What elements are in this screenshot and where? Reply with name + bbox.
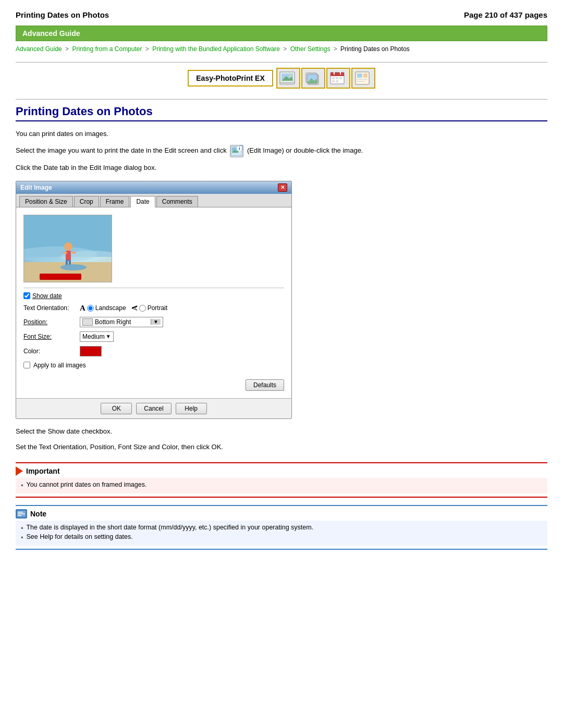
color-row: Color: (23, 346, 284, 356)
note-text-2: See Help for details on setting dates. (26, 533, 132, 541)
svg-text:i: i (240, 146, 241, 150)
help-button[interactable]: Help (176, 403, 207, 414)
main-heading: Printing Dates on Photos (16, 105, 547, 121)
orientation-radio-group: A Landscape A Portrait (80, 304, 167, 313)
post-dialog-instruction-2: Set the Text Orientation, Position, Font… (16, 442, 547, 453)
tab-date[interactable]: Date (130, 196, 155, 207)
advanced-guide-banner: Advanced Guide (16, 26, 547, 41)
post-dialog-instruction-1: Select the Show date checkbox. (16, 426, 547, 437)
dialog-section-divider (23, 288, 284, 288)
apply-all-label[interactable]: Apply to all images (33, 362, 86, 369)
dialog-title: Edit Image (20, 184, 52, 191)
note-bullet-1: ▪ (21, 524, 23, 532)
svg-rect-21 (357, 81, 364, 82)
page-counter: Page 210 of 437 pages (464, 10, 547, 19)
dialog-body: Show date Text Orientation: A Landscape … (16, 207, 291, 398)
important-box: Important ▪ You cannot print dates on fr… (16, 462, 547, 498)
ok-button[interactable]: OK (101, 403, 132, 414)
font-size-select[interactable]: Medium ▼ (80, 331, 114, 342)
text-orientation-label: Text Orientation: (23, 304, 76, 312)
font-size-arrow[interactable]: ▼ (106, 334, 111, 339)
tab-position-size[interactable]: Position & Size (19, 196, 73, 207)
dialog-tabs: Position & Size Crop Frame Date Comments (16, 194, 291, 207)
svg-rect-20 (357, 79, 368, 80)
portrait-letter: A (131, 305, 139, 311)
svg-rect-10 (331, 72, 344, 76)
dialog-close-button[interactable]: ✕ (278, 183, 287, 192)
svg-rect-34 (63, 252, 67, 254)
apply-all-checkbox[interactable] (23, 362, 30, 368)
important-body: ▪ You cannot print dates on framed image… (16, 478, 547, 493)
svg-rect-13 (332, 77, 335, 79)
app-label: Easy-PhotoPrint EX (188, 70, 273, 87)
radio-portrait: A Portrait (132, 304, 168, 312)
svg-point-3 (289, 75, 291, 77)
important-item-1: ▪ You cannot print dates on framed image… (21, 481, 542, 489)
edit-image-dialog: Edit Image ✕ Position & Size Crop Frame … (16, 181, 292, 419)
radio-landscape: A Landscape (80, 304, 126, 313)
app-icon-2[interactable] (301, 68, 325, 89)
svg-point-32 (64, 242, 72, 251)
breadcrumb-link-other-settings[interactable]: Other Settings (290, 45, 331, 53)
position-row: Position: Bottom Right ▼ (23, 317, 284, 327)
defaults-button[interactable]: Defaults (246, 379, 284, 391)
app-icons-row: Easy-PhotoPrint EX (16, 68, 547, 89)
tab-comments[interactable]: Comments (156, 196, 198, 207)
svg-rect-19 (357, 73, 362, 78)
important-triangle-icon (16, 466, 23, 476)
breadcrumb-link-advanced-guide[interactable]: Advanced Guide (16, 45, 62, 53)
color-label: Color: (23, 348, 76, 355)
svg-rect-22 (363, 73, 368, 78)
position-dropdown-arrow[interactable]: ▼ (151, 319, 161, 325)
instruction-text-1: Select the image you want to print the d… (16, 145, 547, 157)
app-icon-3[interactable] (326, 68, 350, 89)
position-select[interactable]: Bottom Right ▼ (80, 317, 163, 327)
breadcrumb-link-printing-computer[interactable]: Printing from a Computer (72, 45, 142, 53)
breadcrumb-current: Printing Dates on Photos (340, 45, 410, 53)
content-divider (16, 99, 547, 100)
note-body: ▪ The date is displayed in the short dat… (16, 521, 547, 546)
app-icon-4[interactable] (351, 68, 375, 89)
position-label: Position: (23, 318, 76, 326)
show-date-row: Show date (23, 292, 284, 300)
page-title: Printing Dates on Photos (16, 10, 109, 19)
note-bullet-2: ▪ (21, 534, 23, 541)
photo-preview (23, 215, 112, 282)
page-header: Printing Dates on Photos Page 210 of 437… (16, 10, 547, 19)
note-title: Note (30, 510, 46, 518)
text-orientation-row: Text Orientation: A Landscape A Portrait (23, 304, 284, 313)
note-text-1: The date is displayed in the short date … (26, 524, 313, 532)
svg-rect-39 (40, 274, 81, 280)
portrait-label: Portrait (148, 304, 168, 312)
intro-text: You can print dates on images. (16, 129, 547, 140)
landscape-label: Landscape (95, 304, 126, 312)
breadcrumb-divider (16, 62, 547, 63)
cancel-button[interactable]: Cancel (136, 403, 171, 414)
note-header: Note (16, 509, 547, 519)
font-size-row: Font Size: Medium ▼ (23, 331, 284, 342)
dialog-titlebar: Edit Image ✕ (16, 181, 291, 194)
important-header: Important (16, 466, 547, 476)
note-icon (16, 509, 27, 519)
svg-rect-4 (280, 82, 295, 84)
app-icon-1[interactable] (276, 68, 300, 89)
svg-rect-14 (336, 77, 338, 79)
portrait-radio[interactable] (139, 305, 146, 312)
tab-crop[interactable]: Crop (74, 196, 99, 207)
svg-rect-36 (66, 260, 68, 265)
show-date-label[interactable]: Show date (32, 292, 62, 300)
svg-rect-17 (336, 80, 338, 82)
svg-point-38 (60, 264, 87, 270)
bullet-icon: ▪ (21, 482, 23, 489)
svg-rect-16 (332, 80, 335, 82)
landscape-radio[interactable] (87, 305, 94, 312)
breadcrumb-link-bundled-software[interactable]: Printing with the Bundled Application So… (152, 45, 280, 53)
defaults-row: Defaults (23, 379, 284, 391)
instruction-text-2: Click the Date tab in the Edit Image dia… (16, 163, 547, 174)
color-swatch[interactable] (80, 346, 102, 356)
apply-all-row: Apply to all images (23, 362, 284, 369)
svg-rect-15 (339, 77, 342, 79)
show-date-checkbox[interactable] (23, 292, 30, 299)
position-icon (82, 318, 93, 326)
tab-frame[interactable]: Frame (100, 196, 130, 207)
